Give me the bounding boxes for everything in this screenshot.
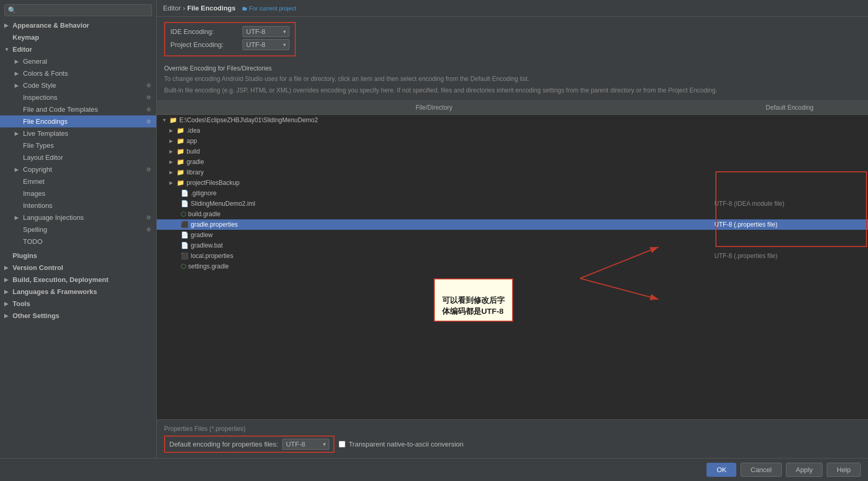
tree-item-name: gradlew xyxy=(191,231,213,239)
tree-cell-file: ⬛ gradle.properties xyxy=(157,220,711,229)
sidebar-item-version-control[interactable]: ▶ Version Control xyxy=(0,262,156,274)
encoding-top-section: IDE Encoding: UTF-8 Project Encoding: xyxy=(157,17,868,101)
sidebar-item-file-encodings[interactable]: File Encodings ⚙ xyxy=(0,115,156,127)
ok-button[interactable]: OK xyxy=(707,463,736,477)
table-row[interactable]: ⬡ settings.gradle xyxy=(157,261,868,272)
sidebar-item-colors-fonts[interactable]: ▶ Colors & Fonts xyxy=(0,67,156,79)
sidebar-item-plugins[interactable]: Plugins xyxy=(0,250,156,262)
table-row[interactable]: ▶ 📁 gradle xyxy=(157,157,868,167)
tree-cell-file: ▶ 📁 gradle xyxy=(157,158,711,166)
sidebar-item-label: Plugins xyxy=(13,252,37,260)
apply-button[interactable]: Apply xyxy=(786,463,823,477)
tree-expand-icon[interactable]: ▶ xyxy=(169,159,177,165)
table-row[interactable]: ⬛ gradle.properties UTF-8 (.properties f… xyxy=(157,219,868,230)
ide-encoding-select-wrapper[interactable]: UTF-8 xyxy=(242,26,290,37)
folder-icon: 📁 xyxy=(177,179,184,186)
ide-encoding-row: IDE Encoding: UTF-8 xyxy=(170,26,290,37)
table-row[interactable]: 📄 SlidingMenuDemo2.iml UTF-8 (IDEA modul… xyxy=(157,198,868,209)
tree-cell-file: 📄 SlidingMenuDemo2.iml xyxy=(157,200,711,208)
badge-icon: ⚙ xyxy=(145,226,152,233)
sidebar-item-spelling[interactable]: Spelling ⚙ xyxy=(0,224,156,236)
sidebar: 🔍 ▶ Appearance & Behavior Keymap ▼ Edito… xyxy=(0,0,157,458)
tree-item-name: settings.gradle xyxy=(188,263,229,270)
tree-item-name: gradle xyxy=(187,158,204,166)
sidebar-item-emmet[interactable]: Emmet xyxy=(0,175,156,187)
sidebar-item-copyright[interactable]: ▶ Copyright ⚙ xyxy=(0,163,156,175)
sidebar-item-tools[interactable]: ▶ Tools xyxy=(0,298,156,310)
table-row[interactable]: ▼ 📁 E:\Codes\EclipseZHBJ\day01\SlidingMe… xyxy=(157,115,868,125)
tree-cell-encoding xyxy=(711,182,868,183)
expand-arrow: ▶ xyxy=(15,215,21,220)
tree-cell-file: 📄 gradlew xyxy=(157,231,711,239)
sidebar-item-other-settings[interactable]: ▶ Other Settings xyxy=(0,310,156,322)
help-button[interactable]: Help xyxy=(827,463,861,477)
tree-cell-encoding: UTF-8 (IDEA module file) xyxy=(711,200,868,208)
search-input[interactable] xyxy=(18,6,148,14)
expand-arrow: ▶ xyxy=(4,313,10,319)
table-row[interactable]: ▶ 📁 app xyxy=(157,136,868,146)
expand-arrow: ▶ xyxy=(4,289,10,295)
sidebar-item-intentions[interactable]: Intentions xyxy=(0,200,156,212)
table-row[interactable]: ⬛ local.properties UTF-8 (.properties fi… xyxy=(157,251,868,261)
tree-expand-icon[interactable]: ▶ xyxy=(169,180,177,185)
table-row[interactable]: 📄 gradlew xyxy=(157,230,868,240)
badge-icon: ⚙ xyxy=(145,82,152,89)
expand-arrow: ▶ xyxy=(15,167,21,172)
table-row[interactable]: ▶ 📁 .idea xyxy=(157,125,868,136)
project-encoding-select-wrapper[interactable]: UTF-8 xyxy=(242,39,290,50)
sidebar-item-general[interactable]: ▶ General xyxy=(0,55,156,67)
table-row[interactable]: ▶ 📁 projectFilesBackup xyxy=(157,178,868,188)
sidebar-item-label: Spelling xyxy=(23,226,47,233)
tree-cell-encoding xyxy=(711,266,868,267)
tree-expand-icon[interactable]: ▶ xyxy=(169,138,177,144)
sidebar-item-inspections[interactable]: Inspections ⚙ xyxy=(0,91,156,103)
tree-cell-encoding: UTF-8 (.properties file) xyxy=(711,220,868,229)
expand-arrow: ▶ xyxy=(4,301,10,307)
sidebar-item-label: General xyxy=(23,57,47,65)
default-encoding-select-wrapper[interactable]: UTF-8 xyxy=(282,439,329,450)
sidebar-item-todo[interactable]: TODO xyxy=(0,236,156,248)
table-row[interactable]: ▶ 📁 library xyxy=(157,167,868,178)
tree-item-name: gradle.properties xyxy=(191,221,238,228)
tree-cell-file: ▶ 📁 library xyxy=(157,168,711,177)
sidebar-item-build-exec[interactable]: ▶ Build, Execution, Deployment xyxy=(0,274,156,286)
sidebar-item-images[interactable]: Images xyxy=(0,187,156,200)
ide-encoding-select[interactable]: UTF-8 xyxy=(242,26,290,37)
search-box[interactable]: 🔍 xyxy=(4,4,152,16)
properties-box: Default encoding for properties files: U… xyxy=(164,436,334,453)
table-row[interactable]: ⬡ build.gradle xyxy=(157,209,868,219)
table-col-file: File/Directory xyxy=(157,103,711,112)
table-row[interactable]: 📄 gradlew.bat xyxy=(157,240,868,251)
tree-item-name: build xyxy=(187,148,200,155)
tree-expand-icon[interactable]: ▼ xyxy=(162,118,169,123)
tree-expand-icon[interactable]: ▶ xyxy=(169,128,177,133)
sidebar-item-code-style[interactable]: ▶ Code Style ⚙ xyxy=(0,79,156,91)
sidebar-item-label: Colors & Fonts xyxy=(23,69,68,77)
table-row[interactable]: ▶ 📁 build xyxy=(157,146,868,157)
sidebar-item-keymap[interactable]: Keymap xyxy=(0,31,156,43)
sidebar-item-file-types[interactable]: File Types xyxy=(0,139,156,151)
sidebar-item-appearance[interactable]: ▶ Appearance & Behavior xyxy=(0,19,156,31)
badge-icon: ⚙ xyxy=(145,214,152,221)
sidebar-item-file-code-templates[interactable]: File and Code Templates ⚙ xyxy=(0,103,156,115)
sidebar-item-language-injections[interactable]: ▶ Language Injections ⚙ xyxy=(0,212,156,224)
sidebar-item-layout-editor[interactable]: Layout Editor xyxy=(0,151,156,163)
properties-row: Default encoding for properties files: U… xyxy=(164,436,861,453)
sidebar-item-languages[interactable]: ▶ Languages & Frameworks xyxy=(0,286,156,298)
sidebar-item-live-templates[interactable]: ▶ Live Templates xyxy=(0,127,156,139)
tree-item-name: .idea xyxy=(187,127,200,134)
file-icon: 📄 xyxy=(181,231,189,239)
sidebar-item-label: Copyright xyxy=(23,166,52,173)
tree-expand-icon[interactable]: ▶ xyxy=(169,149,177,154)
transparent-conversion-checkbox[interactable] xyxy=(339,441,345,448)
project-encoding-select[interactable]: UTF-8 xyxy=(242,39,290,50)
sidebar-item-editor[interactable]: ▼ Editor xyxy=(0,43,156,55)
table-row[interactable]: 📄 .gitignore xyxy=(157,188,868,198)
tree-expand-icon[interactable]: ▶ xyxy=(169,170,177,175)
sidebar-item-label: Layout Editor xyxy=(23,154,63,161)
cancel-button[interactable]: Cancel xyxy=(740,463,781,477)
default-encoding-select[interactable]: UTF-8 xyxy=(282,439,329,450)
tree-cell-file: ⬡ settings.gradle xyxy=(157,262,711,271)
sidebar-item-label: Other Settings xyxy=(13,312,60,320)
tree-item-name: E:\Codes\EclipseZHBJ\day01\SlidingMenuDe… xyxy=(179,116,318,124)
